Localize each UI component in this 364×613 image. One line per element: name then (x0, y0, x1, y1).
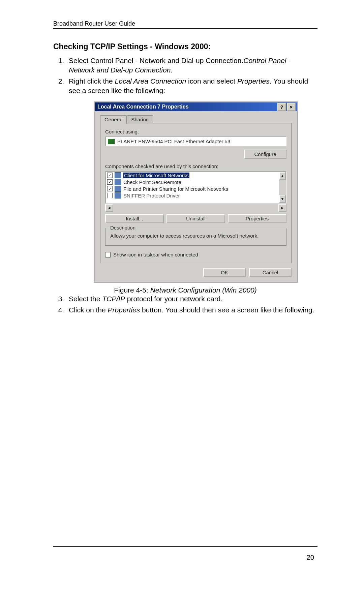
list-item-label: Client for Microsoft Networks (123, 173, 189, 178)
checkbox-icon[interactable]: ✓ (107, 179, 113, 185)
list-item-securemote[interactable]: ✓ Check Point SecuRemote (106, 179, 286, 185)
titlebar: Local Area Connection 7 Properties ? × (95, 102, 297, 111)
components-listbox[interactable]: ✓ Client for Microsoft Networks ✓ Check … (105, 171, 286, 204)
adapter-field[interactable]: PLANET ENW-9504 PCI Fast Ethernet Adapte… (105, 136, 286, 146)
footer-rule (53, 546, 317, 547)
step-4: Click on the Properties button. You shou… (66, 305, 317, 315)
checkbox-icon[interactable] (105, 252, 111, 257)
properties-button[interactable]: Properties (228, 214, 286, 223)
description-groupbox: Description Allows your computer to acce… (105, 228, 286, 246)
nic-icon (108, 139, 115, 144)
checkbox-icon[interactable]: ✓ (107, 186, 113, 191)
step-1: Select Control Panel - Network and Dial-… (66, 56, 317, 75)
properties-dialog: Local Area Connection 7 Properties ? × G… (94, 101, 298, 283)
connect-using-label: Connect using: (105, 129, 286, 134)
show-icon-label: Show icon in taskbar when connected (113, 252, 198, 257)
step-3: Select the TCP/IP protocol for your netw… (66, 294, 317, 304)
list-item-label: Check Point SecuRemote (123, 179, 181, 185)
show-icon-checkbox[interactable]: Show icon in taskbar when connected (105, 252, 286, 257)
checkbox-icon[interactable] (107, 193, 113, 198)
checkbox-icon[interactable]: ✓ (107, 173, 113, 178)
description-text: Allows your computer to access resources… (110, 232, 282, 240)
tab-general[interactable]: General (100, 115, 127, 124)
scroll-down-icon[interactable]: ▼ (279, 195, 286, 203)
dialog-title: Local Area Connection 7 Properties (97, 104, 277, 110)
header-rule (53, 28, 317, 29)
component-icon (115, 172, 121, 178)
tab-sharing[interactable]: Sharing (127, 115, 153, 124)
figure-caption: Figure 4-5: Network Configuration (Win 2… (53, 286, 317, 294)
help-button[interactable]: ? (277, 103, 286, 111)
list-item-label: SNIFFER Protocol Driver (123, 193, 180, 198)
section-title: Checking TCP/IP Settings - Windows 2000: (53, 42, 317, 51)
close-button[interactable]: × (287, 103, 296, 111)
step-2: Right click the Local Area Connection ic… (66, 76, 317, 96)
list-item-label: File and Printer Sharing for Microsoft N… (123, 186, 228, 192)
adapter-name: PLANET ENW-9504 PCI Fast Ethernet Adapte… (117, 139, 230, 144)
list-item-sniffer[interactable]: SNIFFER Protocol Driver (106, 192, 286, 199)
vertical-scrollbar[interactable]: ▲ ▼ (279, 172, 286, 203)
figure-container: Local Area Connection 7 Properties ? × G… (94, 101, 317, 283)
configure-button[interactable]: Configure (244, 150, 286, 159)
horizontal-scrollbar[interactable]: ◄ ► (105, 204, 286, 211)
ok-button[interactable]: OK (203, 268, 246, 277)
list-item-file-printer[interactable]: ✓ File and Printer Sharing for Microsoft… (106, 185, 286, 192)
scroll-left-icon[interactable]: ◄ (105, 204, 113, 212)
page-number: 20 (307, 554, 314, 561)
cancel-button[interactable]: Cancel (249, 268, 292, 277)
list-item-client[interactable]: ✓ Client for Microsoft Networks (106, 172, 286, 179)
component-icon (115, 192, 121, 198)
install-button[interactable]: Install... (105, 214, 164, 223)
scroll-right-icon[interactable]: ► (278, 204, 286, 212)
components-label: Components checked are used by this conn… (105, 163, 286, 169)
component-icon (115, 179, 121, 185)
component-icon (115, 186, 121, 192)
document-header: Broadband Router User Guide (53, 20, 317, 27)
scroll-up-icon[interactable]: ▲ (279, 172, 286, 180)
uninstall-button[interactable]: Uninstall (166, 214, 225, 223)
description-legend: Description (109, 225, 137, 231)
